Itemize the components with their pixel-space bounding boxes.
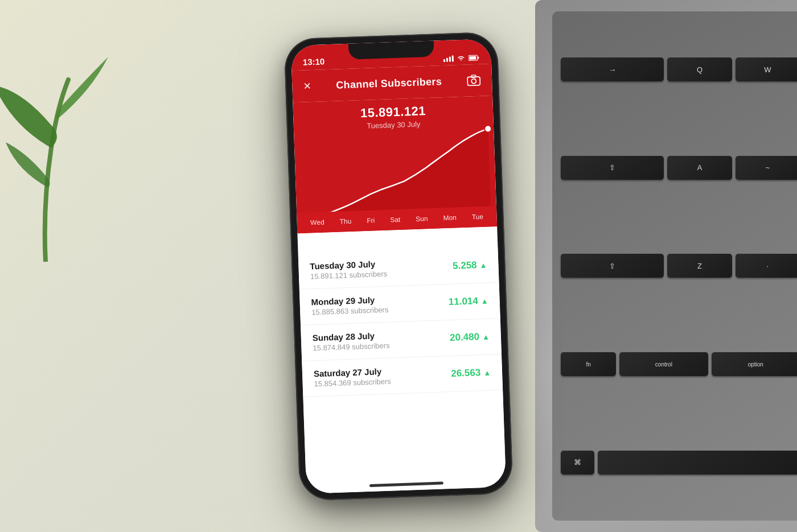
wifi-icon — [457, 54, 466, 61]
keyboard-row-2: ⇧ A ~ — [561, 121, 797, 215]
svg-rect-1 — [478, 56, 479, 58]
phone-body: 13:10 — [284, 31, 513, 501]
key-z: Z — [667, 254, 732, 278]
list-item-title: Saturday 27 July — [314, 366, 391, 378]
status-time: 13:10 — [303, 56, 325, 67]
day-mon: Mon — [443, 213, 457, 222]
key-w: W — [736, 57, 797, 81]
signal-icon — [443, 55, 454, 61]
keyboard-row-3: ⇧ Z · — [561, 219, 797, 313]
list-item[interactable]: Saturday 27 July 15.854.369 subscribers … — [302, 354, 503, 397]
key-option: option — [712, 352, 797, 376]
key-control: control — [619, 352, 708, 376]
chart-area: 15.891.121 Tuesday 30 July Wed Thu — [293, 96, 497, 233]
list-item-sub: 15.874.849 subscribers — [313, 341, 390, 352]
phone-device: 13:10 — [284, 31, 513, 501]
list-item-value: 26.563 — [451, 367, 481, 380]
key-x: · — [736, 254, 797, 278]
key-q: Q — [667, 57, 732, 81]
status-icons — [443, 53, 480, 61]
day-sun: Sun — [416, 215, 428, 223]
key-cmd-left: ⌘ — [561, 451, 594, 475]
laptop-keyboard: → Q W ⇧ A ~ ⇧ Z — [535, 0, 797, 532]
list-item-title: Sunday 28 July — [313, 330, 390, 343]
key-a: A — [667, 156, 732, 180]
screen-title: Channel Subscribers — [336, 75, 442, 90]
key-shift: ⇧ — [561, 254, 664, 278]
list-item-sub: 15.891.121 subscribers — [310, 269, 388, 281]
camera-icon[interactable] — [467, 74, 481, 86]
keyboard-row-5: ⌘ — [561, 415, 797, 509]
key-s: ~ — [736, 156, 797, 180]
subscribers-list: Tuesday 30 July 15.891.121 subscribers 5… — [298, 246, 507, 493]
close-button[interactable]: × — [303, 80, 311, 92]
day-sat: Sat — [390, 215, 400, 224]
day-fri: Fri — [367, 216, 375, 224]
list-item-value: 11.014 — [449, 295, 479, 308]
key-fn: fn — [561, 352, 616, 376]
list-item-sub: 15.885.863 subscribers — [311, 305, 389, 316]
key-space — [598, 451, 797, 475]
key-caps: ⇧ — [561, 156, 664, 180]
plant-decoration — [0, 34, 137, 262]
list-item-title: Monday 29 July — [311, 294, 388, 307]
day-tue: Tue — [472, 212, 484, 221]
arrow-up-icon: ▲ — [482, 332, 490, 340]
day-wed: Wed — [310, 218, 324, 226]
arrow-up-icon: ▲ — [483, 368, 491, 376]
battery-icon — [469, 54, 480, 61]
app-header: × Channel Subscribers — [291, 64, 492, 102]
day-thu: Thu — [339, 217, 351, 225]
list-item-value: 20.480 — [450, 331, 480, 344]
keyboard-row-1: → Q W — [561, 23, 797, 117]
list-item[interactable]: Monday 29 July 15.885.863 subscribers 11… — [299, 282, 500, 325]
arrow-up-icon: ▲ — [481, 296, 488, 305]
keyboard-row-4: fn control option — [561, 317, 797, 411]
svg-point-4 — [471, 79, 476, 83]
svg-rect-2 — [469, 56, 476, 59]
list-item-title: Tuesday 30 July — [310, 258, 387, 271]
arrow-up-icon: ▲ — [479, 261, 487, 269]
phone-screen: 13:10 — [291, 39, 506, 494]
list-item-value: 5.258 — [453, 259, 477, 271]
list-item[interactable]: Tuesday 30 July 15.891.121 subscribers 5… — [298, 246, 499, 289]
chart-value: 15.891.121 — [360, 104, 426, 121]
phone-notch — [348, 40, 434, 59]
list-item-sub: 15.854.369 subscribers — [314, 377, 391, 388]
key-tab: → — [561, 57, 664, 81]
list-item[interactable]: Sunday 28 July 15.874.849 subscribers 20… — [301, 318, 502, 361]
